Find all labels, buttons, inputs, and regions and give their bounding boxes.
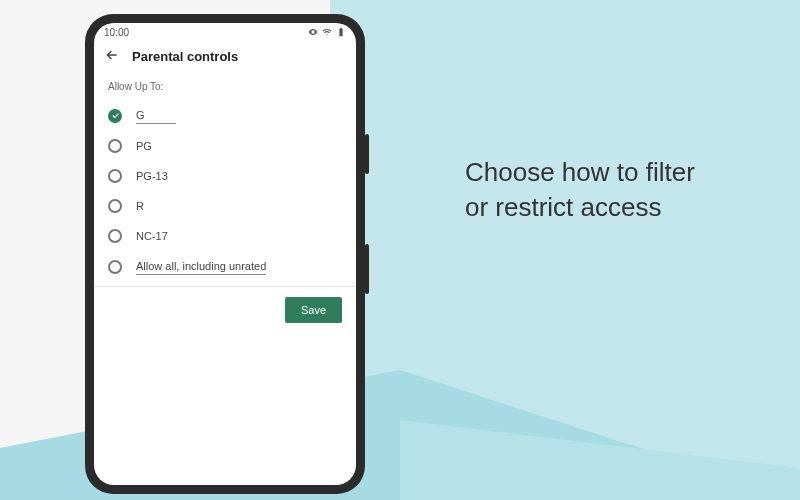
rating-option-nc17[interactable]: NC-17 [94, 221, 356, 251]
radio-unchecked-icon [108, 260, 122, 274]
status-time: 10:00 [104, 27, 129, 38]
rating-label: G [136, 107, 176, 124]
eye-icon [308, 27, 318, 37]
back-button[interactable] [104, 47, 120, 65]
wifi-icon [322, 27, 332, 37]
radio-unchecked-icon [108, 169, 122, 183]
rating-label: NC-17 [136, 228, 168, 244]
rating-label: PG [136, 138, 152, 154]
check-circle-icon [108, 109, 122, 123]
promo-line-2: or restrict access [465, 190, 695, 225]
save-row: Save [94, 287, 356, 333]
radio-unchecked-icon [108, 199, 122, 213]
rating-label: R [136, 198, 144, 214]
save-button[interactable]: Save [285, 297, 342, 323]
rating-option-pg13[interactable]: PG-13 [94, 161, 356, 191]
rating-options: G PG PG-13 R NC-17 Allow all, including [94, 100, 356, 282]
radio-unchecked-icon [108, 139, 122, 153]
battery-icon [336, 27, 346, 37]
rating-option-g[interactable]: G [94, 100, 356, 131]
status-icons [308, 27, 346, 37]
app-bar: Parental controls [94, 41, 356, 75]
status-bar: 10:00 [94, 23, 356, 41]
arrow-left-icon [104, 47, 120, 63]
rating-option-r[interactable]: R [94, 191, 356, 221]
rating-option-pg[interactable]: PG [94, 131, 356, 161]
promo-text: Choose how to filter or restrict access [465, 155, 695, 225]
page-title: Parental controls [132, 49, 238, 64]
section-label: Allow Up To: [94, 75, 356, 100]
radio-unchecked-icon [108, 229, 122, 243]
promo-line-1: Choose how to filter [465, 155, 695, 190]
rating-label: Allow all, including unrated [136, 258, 266, 275]
phone-screen: 10:00 Parental controls Allow Up To: G [94, 23, 356, 485]
rating-option-allow-all[interactable]: Allow all, including unrated [94, 251, 356, 282]
rating-label: PG-13 [136, 168, 168, 184]
phone-frame: 10:00 Parental controls Allow Up To: G [85, 14, 365, 494]
